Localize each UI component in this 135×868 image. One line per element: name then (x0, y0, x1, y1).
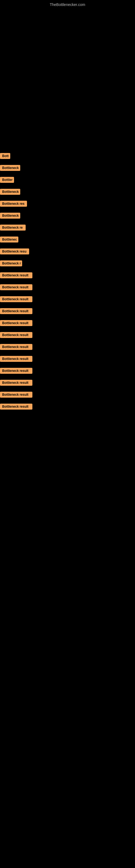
result-item: Bottleneck result (0, 367, 135, 376)
result-badge: Bottleneck res (0, 201, 27, 207)
result-item: Bottleneck result (0, 271, 135, 280)
result-badge: Bottleneck result (0, 356, 32, 362)
result-badge: Bottleneck r (0, 260, 22, 267)
result-item: Bottleneck (0, 212, 135, 221)
result-badge: Bottler (0, 177, 14, 183)
result-item: Bott (0, 152, 135, 161)
result-item: Bottleneck res (0, 199, 135, 209)
result-badge: Bottleneck result (0, 392, 32, 398)
result-item: Bottleneck result (0, 403, 135, 412)
result-badge: Bott (0, 153, 10, 159)
result-badge: Bottleneck result (0, 308, 32, 314)
result-badge: Bottleneck result (0, 404, 32, 410)
result-badge: Bottleneck result (0, 320, 32, 326)
result-item: Bottleneck result (0, 355, 135, 364)
result-badge: Bottleneck (0, 213, 20, 219)
result-item: Bottleneck result (0, 343, 135, 352)
result-item: Bottleneck re (0, 223, 135, 233)
result-item: Bottleneck (0, 188, 135, 197)
result-item: Bottleneck r (0, 259, 135, 269)
result-item: Bottleneck result (0, 295, 135, 304)
result-item: Bottleneck result (0, 331, 135, 340)
result-item: Bottler (0, 176, 135, 185)
result-item: Bottleneck result (0, 379, 135, 388)
result-item: Bottleneck (0, 164, 135, 173)
result-item: Bottlenec (0, 236, 135, 245)
result-item: Bottleneck resu (0, 247, 135, 257)
result-badge: Bottleneck result (0, 272, 32, 278)
result-badge: Bottleneck (0, 165, 20, 171)
result-badge: Bottleneck result (0, 284, 32, 290)
result-item: Bottleneck result (0, 391, 135, 400)
result-item: Bottleneck result (0, 319, 135, 328)
result-badge: Bottleneck result (0, 332, 32, 338)
result-badge: Bottleneck result (0, 368, 32, 374)
result-badge: Bottleneck result (0, 344, 32, 350)
chart-area (5, 12, 130, 142)
result-badge: Bottleneck resu (0, 248, 29, 254)
result-badge: Bottleneck result (0, 296, 32, 302)
site-title: TheBottlenecker.com (0, 0, 135, 9)
result-badge: Bottleneck result (0, 380, 32, 386)
result-item: Bottleneck result (0, 307, 135, 316)
result-badge: Bottleneck (0, 189, 20, 195)
result-badge: Bottleneck re (0, 225, 26, 230)
result-badge: Bottlenec (0, 237, 18, 243)
result-item: Bottleneck result (0, 283, 135, 292)
results-container: BottBottleneckBottlerBottleneckBottlenec… (0, 149, 135, 417)
